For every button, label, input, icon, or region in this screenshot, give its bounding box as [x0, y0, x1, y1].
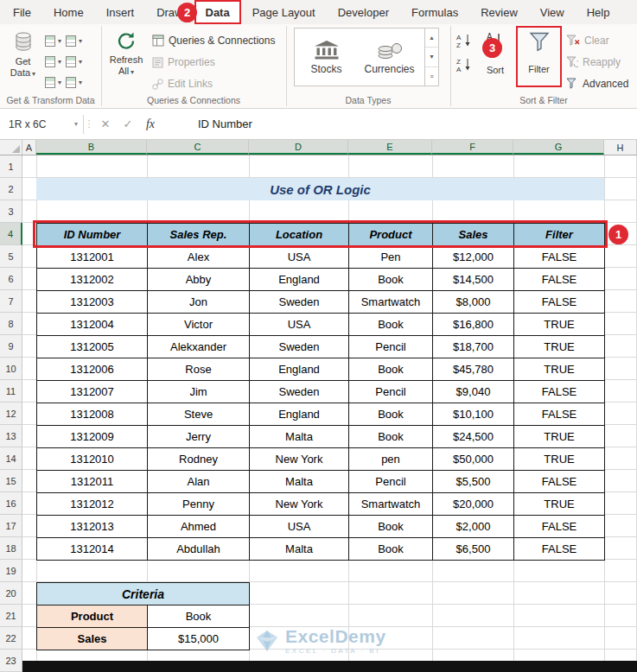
table-cell[interactable]: TRUE	[514, 493, 605, 516]
queries-connections-button[interactable]: Queries & Connections	[152, 35, 275, 47]
table-cell[interactable]: 1312012	[37, 493, 148, 516]
sort-descending-button[interactable]: Z A	[455, 56, 473, 73]
criteria-label-cell[interactable]: Sales	[37, 628, 148, 650]
table-cell[interactable]: England	[250, 358, 349, 381]
table-cell[interactable]: 1312014	[37, 538, 148, 561]
column-header-C[interactable]: C	[147, 140, 249, 155]
table-cell[interactable]: 1312002	[37, 269, 148, 291]
column-header-G[interactable]: G	[513, 140, 604, 155]
gallery-scrollbar[interactable]: ▲ ▼ ≡	[424, 29, 438, 86]
table-cell[interactable]: New York	[250, 493, 349, 516]
table-cell[interactable]: Book	[349, 516, 433, 538]
table-cell[interactable]: $5,500	[433, 471, 514, 493]
refresh-all-button[interactable]: Refresh All	[105, 26, 147, 90]
table-cell[interactable]: 1312008	[37, 403, 148, 426]
table-cell[interactable]: $24,500	[433, 426, 514, 448]
row-header-23[interactable]: 23	[0, 650, 22, 672]
tab-data[interactable]: Data	[194, 0, 241, 24]
table-cell[interactable]: Book	[349, 426, 433, 448]
tab-page-layout[interactable]: Page Layout	[241, 0, 327, 24]
column-header-E[interactable]: E	[348, 140, 432, 155]
row-header-10[interactable]: 10	[0, 358, 22, 380]
name-box[interactable]: 1R x 6C ▾	[0, 113, 83, 136]
table-cell[interactable]: New York	[250, 448, 349, 471]
row-header-5[interactable]: 5	[0, 245, 22, 268]
gallery-more-icon[interactable]: ≡	[425, 67, 438, 86]
table-cell[interactable]: FALSE	[514, 403, 605, 426]
table-cell[interactable]: England	[250, 269, 349, 291]
table-cell[interactable]: Ahmed	[148, 516, 250, 538]
select-all-corner[interactable]	[0, 140, 22, 155]
tab-file[interactable]: File	[2, 0, 42, 24]
table-cell[interactable]: Malta	[250, 471, 349, 493]
row-header-19[interactable]: 19	[0, 560, 22, 582]
table-cell[interactable]: 1312007	[37, 381, 148, 403]
table-cell[interactable]: Smartwatch	[349, 291, 433, 314]
enter-icon[interactable]: ✓	[117, 117, 139, 130]
tab-developer[interactable]: Developer	[327, 0, 400, 24]
table-cell[interactable]: $20,000	[433, 493, 514, 516]
row-header-14[interactable]: 14	[0, 447, 22, 470]
table-cell[interactable]: USA	[250, 516, 349, 538]
table-cell[interactable]: TRUE	[514, 336, 605, 358]
table-cell[interactable]: FALSE	[514, 516, 605, 538]
table-cell[interactable]: Pencil	[349, 381, 433, 403]
table-cell[interactable]: FALSE	[514, 471, 605, 493]
get-data-button[interactable]: Get Data	[3, 26, 43, 90]
edit-links-button[interactable]: Edit Links	[152, 78, 213, 90]
tab-formulas[interactable]: Formulas	[400, 0, 469, 24]
table-cell[interactable]: FALSE	[514, 291, 605, 314]
table-cell[interactable]: $16,800	[433, 314, 514, 336]
tab-home[interactable]: Home	[42, 0, 95, 24]
tab-view[interactable]: View	[529, 0, 576, 24]
row-header-7[interactable]: 7	[0, 290, 22, 313]
table-cell[interactable]: 1312004	[37, 314, 148, 336]
from-picture-icon[interactable]	[66, 73, 82, 88]
table-cell[interactable]: Pencil	[349, 336, 433, 358]
row-header-2[interactable]: 2	[0, 178, 22, 200]
stocks-button[interactable]: Stocks	[295, 29, 358, 86]
tab-review[interactable]: Review	[469, 0, 529, 24]
table-cell[interactable]: Penny	[148, 493, 250, 516]
table-cell[interactable]: Book	[349, 269, 433, 291]
table-cell[interactable]: Jerry	[148, 426, 250, 448]
row-header-8[interactable]: 8	[0, 313, 22, 335]
from-text-csv-icon[interactable]	[45, 31, 61, 47]
name-box-dropdown-icon[interactable]: ▾	[74, 120, 78, 128]
gallery-down-icon[interactable]: ▼	[425, 48, 438, 67]
row-header-3[interactable]: 3	[0, 200, 22, 223]
table-cell[interactable]: TRUE	[514, 314, 605, 336]
formula-bar-grip-icon[interactable]: ⋮	[84, 118, 94, 130]
table-cell[interactable]: $2,000	[433, 516, 514, 538]
table-cell[interactable]: Sweden	[250, 291, 349, 314]
table-cell[interactable]: Pencil	[349, 471, 433, 493]
row-header-12[interactable]: 12	[0, 403, 22, 425]
table-cell[interactable]: Malta	[250, 426, 349, 448]
row-header-1[interactable]: 1	[0, 155, 22, 178]
table-cell[interactable]: TRUE	[514, 448, 605, 471]
table-cell[interactable]: Sweden	[250, 381, 349, 403]
column-header-H[interactable]: H	[604, 140, 637, 155]
table-cell[interactable]: Smartwatch	[349, 493, 433, 516]
criteria-title-cell[interactable]: Criteria	[37, 583, 250, 605]
table-cell[interactable]: Abby	[148, 269, 250, 291]
row-header-18[interactable]: 18	[0, 537, 22, 560]
criteria-value-cell[interactable]: $15,000	[148, 628, 250, 650]
table-cell[interactable]: $12,000	[433, 246, 514, 269]
sort-button[interactable]: A Z Sort	[477, 26, 513, 90]
table-cell[interactable]: $8,000	[433, 291, 514, 314]
table-cell[interactable]: FALSE	[514, 538, 605, 561]
table-cell[interactable]: 1312011	[37, 471, 148, 493]
title-cell[interactable]: Use of OR Logic	[36, 178, 604, 200]
table-cell[interactable]: Abdullah	[148, 538, 250, 561]
table-cell[interactable]: $10,100	[433, 403, 514, 426]
table-cell[interactable]: Jon	[148, 291, 250, 314]
tab-help[interactable]: Help	[576, 0, 621, 24]
currencies-button[interactable]: Currencies	[358, 29, 421, 86]
tab-insert[interactable]: Insert	[95, 0, 146, 24]
row-header-6[interactable]: 6	[0, 268, 22, 290]
table-cell[interactable]: Steve	[148, 403, 250, 426]
row-header-15[interactable]: 15	[0, 470, 22, 492]
table-cell[interactable]: TRUE	[514, 358, 605, 381]
table-cell[interactable]: Pen	[349, 246, 433, 269]
